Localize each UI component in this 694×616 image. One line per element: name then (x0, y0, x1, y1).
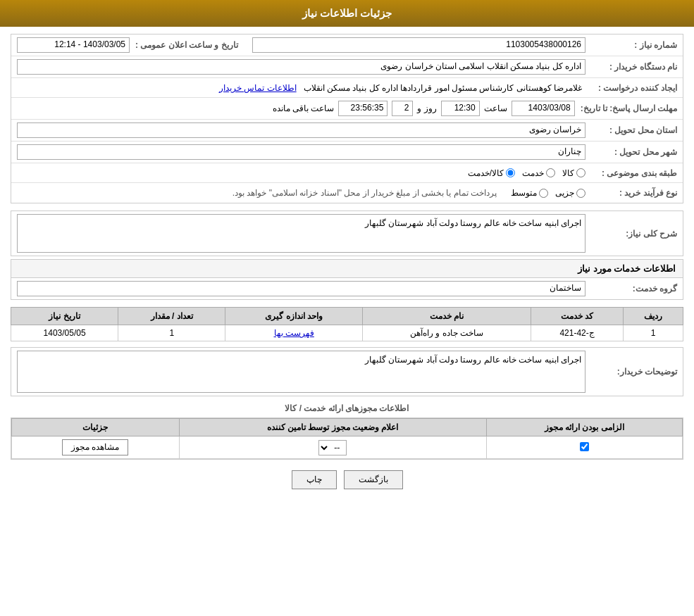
city-label: شهر محل تحویل : (585, 147, 677, 157)
need-number-label: شماره نیاز : (585, 40, 677, 50)
remaining-value: 23:56:35 (338, 101, 388, 116)
permissions-table: الزامی بودن ارائه مجوز اعلام وضعیت مجوز … (11, 418, 683, 459)
back-button[interactable]: بازگشت (344, 470, 403, 489)
unit-link[interactable]: فهرست بها (274, 328, 314, 338)
col-row: ردیف (624, 308, 683, 325)
buyer-org-row: نام دستگاه خریدار : اداره کل بنیاد مسکن … (11, 56, 683, 78)
day-value: 2 (392, 101, 413, 116)
province-value: خراسان رضوی (17, 122, 585, 138)
col-count: تعداد / مقدار (118, 308, 225, 325)
buyer-notes-label: توضیحات خریدار: (585, 367, 677, 377)
date-fields: 1403/03/08 ساعت 12:30 روز و 2 23:56:35 س… (17, 101, 575, 116)
time-value: 12:30 (441, 101, 480, 116)
creator-label: ایجاد کننده درخواست : (585, 83, 677, 93)
province-label: استان محل تحویل : (585, 125, 677, 135)
creator-value: غلامرضا کوهستانی کارشناس مسئول امور قرار… (17, 82, 585, 94)
cell-count: 1 (118, 325, 225, 341)
category-kala-radio[interactable] (576, 168, 585, 177)
category-radio-group: کالا خدمت کالا/خدمت (468, 168, 585, 178)
services-table: ردیف کد خدمت نام خدمت واحد اندازه گیری ت… (11, 307, 683, 341)
province-row: استان محل تحویل : خراسان رضوی (11, 120, 683, 142)
bottom-buttons: بازگشت چاپ (11, 470, 683, 489)
description-label: شرح کلی نیاز: (585, 229, 677, 239)
remaining-label: ساعت باقی مانده (273, 103, 335, 113)
status-dropdown[interactable]: -- (318, 440, 347, 455)
description-section: شرح کلی نیاز: اجرای ابنیه ساخت خانه عالم… (11, 210, 683, 256)
required-cell (486, 436, 682, 459)
time-label: ساعت (484, 103, 507, 113)
cell-name: ساخت جاده و راه‌آهن (363, 325, 531, 341)
buyer-notes-section: توضیحات خریدار: اجرای ابنیه ساخت خانه عا… (11, 347, 683, 396)
service-group-value: ساختمان (17, 281, 585, 296)
buyer-notes-row: توضیحات خریدار: اجرای ابنیه ساخت خانه عا… (11, 348, 683, 396)
table-row: 1 ج-42-421 ساخت جاده و راه‌آهن فهرست بها… (11, 325, 683, 341)
need-number-row: شماره نیاز : 1103005438000126 تاریخ و سا… (11, 34, 683, 56)
announcement-value: 1403/03/05 - 12:14 (17, 37, 130, 53)
col-status: اعلام وضعیت مجوز توسط تامین کننده (179, 419, 486, 436)
date-value: 1403/03/08 (512, 101, 575, 116)
cell-date: 1403/05/05 (11, 325, 118, 341)
col-required: الزامی بودن ارائه مجوز (486, 419, 682, 436)
cell-row: 1 (624, 325, 683, 341)
permissions-separator: اطلاعات مجوزهای ارائه خدمت / کالا (11, 403, 683, 413)
services-table-container: ردیف کد خدمت نام خدمت واحد اندازه گیری ت… (11, 307, 683, 341)
service-group-label: گروه خدمت: (585, 284, 677, 294)
permissions-row: -- مشاهده مجوز (12, 436, 683, 459)
col-date: تاریخ نیاز (11, 308, 118, 325)
category-kala-khadamat-radio[interactable] (506, 168, 515, 177)
need-number-value: 1103005438000126 (252, 37, 585, 53)
buyer-notes-value: اجرای ابنیه ساخت خانه عالم روستا دولت آب… (17, 351, 585, 393)
info-section: شماره نیاز : 1103005438000126 تاریخ و سا… (11, 34, 683, 203)
category-label: طبقه بندی موضوعی : (585, 168, 677, 178)
page-wrapper: جزئیات اطلاعات نیاز شماره نیاز : 1103005… (0, 0, 694, 616)
creator-row: ایجاد کننده درخواست : غلامرضا کوهستانی ک… (11, 78, 683, 98)
buyer-org-label: نام دستگاه خریدار : (585, 62, 677, 72)
buy-type-jozei-radio[interactable] (576, 189, 585, 198)
buy-type-row: نوع فرآیند خرید : جزیی متوسط پرداخت تمام… (11, 183, 683, 203)
send-date-row: مهلت ارسال پاسخ: تا تاریخ: 1403/03/08 سا… (11, 98, 683, 120)
category-khadamat: خدمت (522, 168, 555, 178)
col-name: نام خدمت (363, 308, 531, 325)
page-header: جزئیات اطلاعات نیاز (0, 0, 694, 27)
status-cell: -- (179, 436, 486, 459)
page-title: جزئیات اطلاعات نیاز (302, 7, 392, 19)
description-row: شرح کلی نیاز: اجرای ابنیه ساخت خانه عالم… (11, 210, 683, 256)
service-group-row: گروه خدمت: ساختمان (11, 278, 683, 299)
buy-type-jozei: جزیی (555, 188, 585, 198)
services-table-header: ردیف کد خدمت نام خدمت واحد اندازه گیری ت… (11, 308, 683, 325)
view-permit-button[interactable]: مشاهده مجوز (62, 439, 128, 455)
cell-unit: فهرست بها (225, 325, 363, 341)
creator-link[interactable]: اطلاعات تماس خریدار (219, 83, 297, 93)
buy-type-desc: پرداخت تمام یا بخشی از مبلغ خریدار از مح… (233, 188, 497, 198)
buy-type-radio-group: جزیی متوسط پرداخت تمام یا بخشی از مبلغ خ… (233, 188, 585, 198)
send-date-label: مهلت ارسال پاسخ: تا تاریخ: (575, 103, 677, 113)
services-section-title: اطلاعات خدمات مورد نیاز (11, 259, 683, 277)
permissions-table-header: الزامی بودن ارائه مجوز اعلام وضعیت مجوز … (12, 419, 683, 436)
buy-type-motawaset: متوسط (511, 188, 548, 198)
category-row: طبقه بندی موضوعی : کالا خدمت کالا/خدمت (11, 163, 683, 183)
print-button[interactable]: چاپ (292, 470, 337, 489)
col-unit: واحد اندازه گیری (225, 308, 363, 325)
city-value: چناران (17, 144, 585, 160)
main-content: شماره نیاز : 1103005438000126 تاریخ و سا… (0, 27, 694, 507)
buyer-org-value: اداره کل بنیاد مسکن انقلاب اسلامی استان … (17, 59, 585, 75)
col-details: جزئیات (12, 419, 180, 436)
description-value: اجرای ابنیه ساخت خانه عالم روستا دولت آب… (17, 214, 585, 253)
city-row: شهر محل تحویل : چناران (11, 142, 683, 163)
details-cell: مشاهده مجوز (12, 436, 180, 459)
buy-type-motawaset-radio[interactable] (539, 189, 548, 198)
category-kala-khadamat: کالا/خدمت (468, 168, 515, 178)
required-checkbox[interactable] (580, 442, 589, 451)
col-code: کد خدمت (531, 308, 624, 325)
buy-type-label: نوع فرآیند خرید : (585, 188, 677, 198)
category-khadamat-radio[interactable] (546, 168, 555, 177)
cell-code: ج-42-421 (531, 325, 624, 341)
announcement-label: تاریخ و ساعت اعلان عمومی : (130, 40, 238, 50)
day-label: روز و (417, 103, 436, 113)
services-section: گروه خدمت: ساختمان (11, 277, 683, 300)
category-kala: کالا (562, 168, 585, 178)
permissions-table-wrapper: الزامی بودن ارائه مجوز اعلام وضعیت مجوز … (11, 417, 683, 460)
